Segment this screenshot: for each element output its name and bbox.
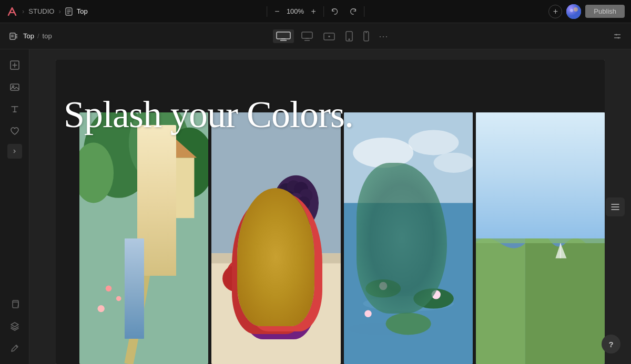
svg-point-76 [385, 313, 431, 335]
svg-rect-45 [154, 158, 195, 218]
device-tablet-landscape[interactable] [320, 30, 338, 43]
zoom-value: 100% [285, 7, 306, 15]
waterlilies-painting [344, 112, 473, 364]
top-bar-left: › STUDIO › Top [6, 6, 88, 17]
left-sidebar [0, 49, 29, 364]
svg-point-59 [281, 191, 296, 205]
svg-rect-68 [344, 203, 473, 364]
copy-button[interactable] [5, 295, 24, 314]
main-area: Splash your Colors. [0, 49, 631, 364]
sidebar-bottom-tools [5, 295, 24, 358]
svg-point-5 [570, 9, 573, 12]
svg-point-20 [329, 36, 330, 37]
add-button[interactable]: + [548, 5, 562, 18]
device-buttons: ⋯ [273, 28, 390, 44]
svg-point-50 [97, 305, 104, 312]
device-tablet-portrait[interactable] [342, 29, 356, 44]
svg-rect-13 [277, 32, 290, 39]
svg-point-69 [353, 138, 413, 168]
svg-point-63 [233, 263, 268, 298]
sub-page-name[interactable]: top [43, 32, 52, 40]
second-bar: Top / top [0, 23, 631, 49]
device-mobile[interactable] [360, 29, 372, 44]
edit-button[interactable] [5, 339, 24, 358]
page-icon-button[interactable] [7, 30, 20, 43]
svg-point-74 [365, 279, 401, 297]
hero-headline: Splash your Colors. [64, 94, 597, 136]
more-options-button[interactable]: ⋯ [376, 28, 390, 44]
top-bar-right: + Publish [548, 4, 625, 19]
svg-point-64 [263, 265, 299, 301]
svg-rect-37 [13, 302, 18, 308]
add-element-button[interactable] [5, 56, 24, 75]
help-button[interactable]: ? [602, 335, 620, 353]
page-breadcrumb: Top / top [23, 32, 52, 40]
breadcrumb-sep-1: › [22, 7, 24, 15]
device-desktop[interactable] [298, 29, 316, 43]
file-icon [65, 7, 73, 16]
layers-button[interactable] [5, 317, 24, 336]
image-waterlilies [344, 112, 473, 364]
image-fruits [211, 112, 340, 364]
text-button[interactable] [5, 100, 24, 119]
svg-point-47 [135, 321, 143, 337]
svg-rect-7 [10, 33, 15, 39]
fruits-painting [211, 112, 340, 364]
svg-point-78 [431, 290, 440, 299]
svg-point-75 [413, 288, 454, 308]
display-settings-button[interactable] [611, 30, 624, 43]
top-bar-center: − 100% + [267, 6, 364, 17]
avatar [566, 4, 581, 19]
page-name[interactable]: Top [23, 32, 34, 40]
top-bar: › STUDIO › Top − 100% + + [0, 0, 631, 23]
second-bar-right [611, 30, 624, 43]
svg-point-66 [222, 265, 249, 292]
favorites-button[interactable] [5, 122, 24, 141]
zoom-in-button[interactable]: + [308, 6, 319, 17]
zoom-out-button[interactable]: − [271, 6, 282, 17]
logo-icon [6, 6, 18, 17]
canvas-area: Splash your Colors. [29, 49, 631, 364]
media-button[interactable] [5, 78, 24, 97]
seacliff-painting [476, 112, 605, 364]
svg-point-77 [379, 282, 387, 290]
breadcrumb-studio[interactable]: STUDIO [28, 7, 54, 15]
image-grid [79, 112, 605, 364]
page-breadcrumb-sep: / [37, 32, 39, 40]
breadcrumb-top[interactable]: Top [77, 7, 88, 15]
svg-point-27 [615, 34, 617, 35]
image-garden [79, 112, 208, 364]
sidebar-tools [5, 56, 24, 159]
redo-button[interactable] [346, 7, 360, 16]
svg-point-79 [364, 310, 371, 317]
right-panel-toggle[interactable] [606, 197, 625, 216]
breadcrumb-sep-2: › [58, 7, 60, 15]
zoom-controls: − 100% + [271, 6, 319, 17]
svg-point-48 [106, 286, 111, 292]
svg-point-28 [617, 37, 619, 38]
svg-marker-38 [11, 323, 18, 327]
svg-point-4 [566, 4, 581, 19]
divider-left [267, 6, 267, 17]
divider-right [364, 6, 364, 17]
svg-rect-53 [211, 253, 340, 263]
svg-point-62 [237, 259, 275, 298]
canvas-content: Splash your Colors. [56, 60, 605, 364]
second-bar-left: Top / top [7, 30, 52, 43]
image-seacliff [476, 112, 605, 364]
svg-point-22 [349, 39, 350, 40]
svg-point-71 [433, 153, 473, 173]
svg-rect-16 [302, 32, 312, 38]
publish-button[interactable]: Publish [585, 5, 625, 18]
svg-point-49 [116, 296, 121, 301]
expand-sidebar-button[interactable] [7, 144, 22, 159]
canvas-frame: Splash your Colors. [56, 60, 605, 364]
device-desktop-wide[interactable] [273, 29, 294, 43]
svg-point-61 [297, 196, 310, 210]
divider-mid [323, 6, 324, 17]
svg-rect-32 [11, 84, 19, 90]
garden-painting [79, 112, 208, 364]
hero-section: Splash your Colors. [56, 60, 605, 364]
svg-point-6 [574, 7, 578, 12]
undo-button[interactable] [328, 7, 342, 16]
